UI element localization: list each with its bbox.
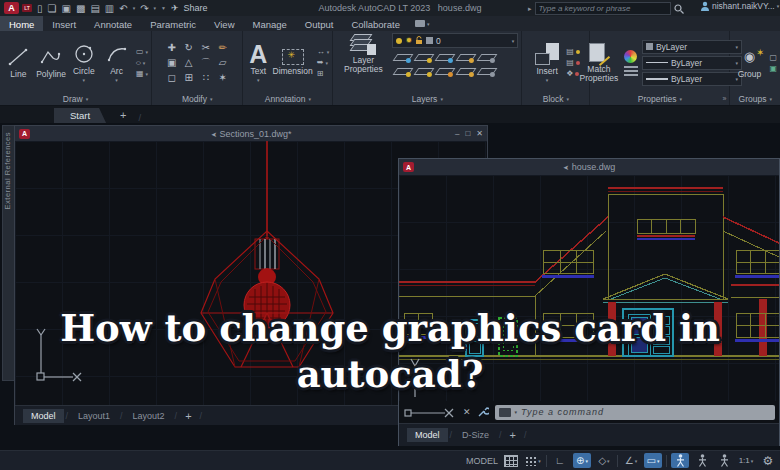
- layer-isolate-icon[interactable]: [413, 54, 434, 61]
- user-menu-caret-icon[interactable]: ▾: [777, 3, 780, 9]
- qat-customize-icon[interactable]: ▼: [161, 5, 166, 11]
- layer-thaw-icon[interactable]: [413, 68, 434, 75]
- undo-caret-icon[interactable]: ▾: [133, 5, 136, 11]
- explode-tool-icon[interactable]: ✶: [218, 72, 226, 83]
- close-button[interactable]: ✕: [476, 129, 483, 138]
- layer-on-icon[interactable]: [396, 38, 402, 44]
- layer-dropdown-caret-icon[interactable]: ▾: [512, 38, 515, 44]
- tab-view[interactable]: View: [205, 16, 243, 31]
- layout2-tab[interactable]: Layout2: [125, 409, 173, 423]
- print-icon[interactable]: ▥: [105, 3, 114, 14]
- group-edit-tool[interactable]: ▣: [769, 64, 777, 73]
- autoscale-toggle[interactable]: [693, 453, 711, 468]
- d-size-tab[interactable]: D-Size: [454, 428, 497, 442]
- new-layout-button[interactable]: +: [504, 429, 522, 441]
- layer-lock-tool-icon[interactable]: [455, 54, 476, 61]
- house-viewport[interactable]: [399, 175, 779, 401]
- offset-tool-icon[interactable]: ▱: [219, 57, 227, 68]
- search-category-caret-icon[interactable]: ▸: [528, 5, 532, 13]
- rotate-tool-icon[interactable]: ↻: [184, 42, 192, 53]
- model-space-label[interactable]: MODEL: [466, 456, 498, 466]
- undo-icon[interactable]: ↶: [119, 3, 127, 14]
- tab-collaborate[interactable]: Collaborate: [342, 16, 409, 31]
- command-placeholder[interactable]: Type a command: [521, 407, 604, 417]
- groups-panel-label[interactable]: Groups ▾: [730, 92, 780, 105]
- copy-tool-icon[interactable]: ▣: [167, 57, 176, 68]
- rectangle-tool[interactable]: ▭▾: [136, 47, 148, 56]
- tab-parametric[interactable]: Parametric: [141, 16, 205, 31]
- save-as-icon[interactable]: ▩: [76, 3, 85, 14]
- stretch-tool-icon[interactable]: ◻: [168, 72, 176, 83]
- isodraft-toggle[interactable]: ◇▾: [595, 453, 613, 468]
- ribbon-display-toggle[interactable]: ▾: [415, 16, 430, 31]
- snap-mode-toggle[interactable]: ▾: [524, 453, 542, 468]
- layer-unlock-icon[interactable]: [434, 68, 455, 75]
- annotation-panel-label[interactable]: Annotation ▾: [243, 92, 332, 105]
- fillet-tool-icon[interactable]: ⌒: [201, 56, 211, 70]
- erase-tool-icon[interactable]: ✏: [218, 42, 226, 53]
- redo-caret-icon[interactable]: ▾: [154, 5, 157, 11]
- dynamic-input-toggle[interactable]: ▭▾: [644, 453, 662, 468]
- share-label[interactable]: Share: [184, 3, 208, 13]
- redo-icon[interactable]: ↷: [140, 3, 148, 14]
- scale-value-button[interactable]: 1:1▾: [737, 453, 755, 468]
- open-folder-icon[interactable]: ❏: [48, 3, 57, 14]
- insert-tool[interactable]: Insert ▾: [532, 43, 562, 83]
- layer-color-swatch[interactable]: [426, 37, 433, 44]
- circle-tool[interactable]: Circle ▾: [68, 43, 99, 83]
- model-tab[interactable]: Model: [23, 409, 64, 423]
- new-layout-button[interactable]: +: [179, 410, 197, 422]
- annotation-scale-button[interactable]: [715, 453, 733, 468]
- username[interactable]: nishant.naikVY...: [712, 1, 775, 11]
- hatch-tool[interactable]: ▦▾: [136, 69, 148, 78]
- trim-tool-icon[interactable]: ✂: [201, 42, 209, 53]
- export-icon[interactable]: ▤: [90, 3, 99, 14]
- ortho-mode-toggle[interactable]: ∟: [551, 453, 569, 468]
- linetype-dropdown[interactable]: ByLayer ▾: [642, 56, 742, 70]
- lineweight-dropdown[interactable]: ByLayer ▾: [642, 72, 742, 86]
- arc-tool[interactable]: Arc ▾: [101, 43, 132, 83]
- minimize-button[interactable]: –: [455, 129, 459, 138]
- scale-tool-icon[interactable]: ⊞: [184, 72, 192, 83]
- new-file-icon[interactable]: ▯: [37, 3, 43, 14]
- lineweight-icon[interactable]: [624, 66, 638, 76]
- color-wheel-icon[interactable]: [624, 50, 637, 63]
- move-tool-icon[interactable]: ✚: [167, 42, 175, 53]
- match-properties-tool[interactable]: Match Properties: [578, 42, 620, 83]
- text-tool[interactable]: A Text ▾: [246, 43, 270, 83]
- house-window-titlebar[interactable]: A ➤house.dwg: [399, 159, 779, 175]
- ellipse-tool[interactable]: ○▾: [136, 58, 145, 67]
- maximize-button[interactable]: □: [465, 129, 470, 138]
- customization-button[interactable]: ⚙: [759, 453, 777, 468]
- properties-launcher-icon[interactable]: »: [723, 95, 727, 102]
- layer-walk-icon[interactable]: [476, 68, 497, 75]
- table-tool[interactable]: ⊞: [317, 69, 324, 78]
- save-icon[interactable]: ▣: [61, 3, 70, 14]
- sections-window-titlebar[interactable]: A ➤Sections_01.dwg* – □ ✕: [15, 126, 487, 141]
- group-tool[interactable]: ◉ ✶ Group: [733, 46, 765, 79]
- layer-properties-tool[interactable]: Layer Properties: [336, 33, 390, 74]
- leader-tool[interactable]: ➥▾: [317, 58, 328, 67]
- start-tab[interactable]: Start: [54, 108, 106, 123]
- draw-panel-label[interactable]: Draw ▾: [0, 92, 151, 105]
- circle-caret-icon[interactable]: ▾: [83, 77, 86, 83]
- model-tab[interactable]: Model: [407, 428, 448, 442]
- search-icon[interactable]: [674, 4, 684, 14]
- polyline-tool[interactable]: Polyline: [36, 46, 67, 79]
- layer-select-dropdown[interactable]: ✹ 0 ▾: [392, 33, 518, 48]
- object-color-dropdown[interactable]: ByLayer ▾: [642, 40, 742, 54]
- wrench-icon[interactable]: [477, 406, 489, 418]
- new-drawing-tab-button[interactable]: +: [120, 108, 126, 123]
- mirror-tool-icon[interactable]: △: [185, 57, 193, 68]
- command-input-bar[interactable]: ▾ Type a command: [495, 405, 775, 420]
- osnap-tracking-toggle[interactable]: ∠▾: [622, 453, 640, 468]
- layer-lock-icon[interactable]: [415, 36, 423, 45]
- command-close-icon[interactable]: ✕: [463, 407, 471, 417]
- tab-home[interactable]: Home: [0, 16, 43, 31]
- dim-linear-tool[interactable]: ↔▾: [317, 47, 330, 56]
- layer-freeze-tool-icon[interactable]: [434, 54, 455, 61]
- tab-insert[interactable]: Insert: [43, 16, 85, 31]
- arc-caret-icon[interactable]: ▾: [115, 77, 118, 83]
- layers-panel-label[interactable]: Layers ▾: [333, 92, 521, 105]
- grid-display-toggle[interactable]: [502, 453, 520, 468]
